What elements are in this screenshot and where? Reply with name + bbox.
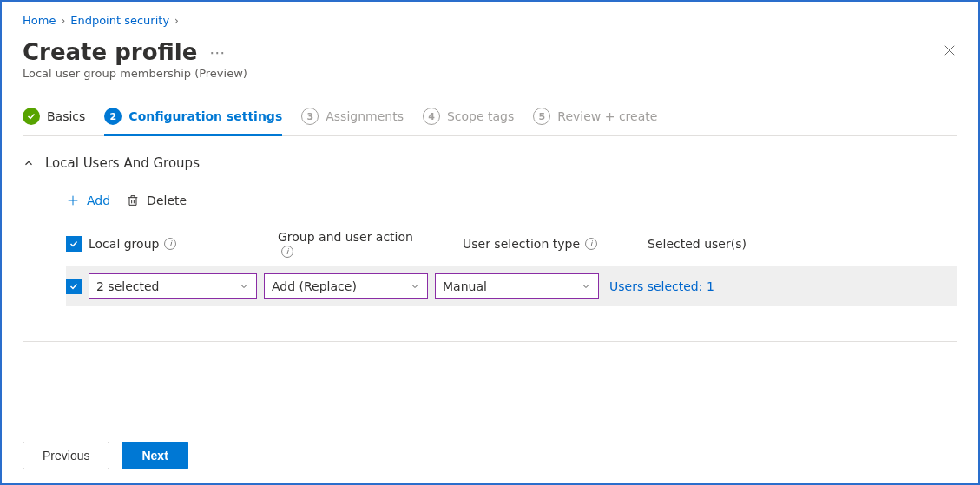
more-actions-icon[interactable]: ⋯ bbox=[209, 43, 226, 62]
delete-button-label: Delete bbox=[147, 193, 187, 207]
divider bbox=[23, 341, 957, 342]
info-icon[interactable]: i bbox=[585, 238, 597, 250]
wizard-step-label: Review + create bbox=[557, 109, 657, 123]
next-button[interactable]: Next bbox=[122, 442, 187, 469]
step-number-icon: 4 bbox=[423, 108, 440, 125]
info-icon[interactable]: i bbox=[164, 238, 176, 250]
chevron-right-icon: › bbox=[174, 15, 179, 27]
column-header-selected-users: Selected user(s) bbox=[648, 237, 825, 251]
group-user-action-select[interactable]: Add (Replace) bbox=[264, 273, 428, 299]
column-header-group-user-action: Group and user action i bbox=[278, 230, 456, 258]
page-subtitle: Local user group membership (Preview) bbox=[23, 67, 247, 80]
column-header-user-selection-type: User selection type i bbox=[463, 237, 641, 251]
step-number-icon: 5 bbox=[533, 108, 550, 125]
select-value: Manual bbox=[443, 279, 487, 293]
wizard-step-scope-tags[interactable]: 4 Scope tags bbox=[423, 108, 514, 135]
chevron-down-icon bbox=[239, 281, 249, 292]
row-checkbox[interactable] bbox=[66, 279, 82, 294]
plus-icon bbox=[66, 193, 80, 207]
table-row: 2 selected Add (Replace) Manual Users se… bbox=[66, 266, 957, 306]
wizard-step-review-create[interactable]: 5 Review + create bbox=[533, 108, 657, 135]
close-icon[interactable] bbox=[938, 39, 961, 64]
breadcrumb-home[interactable]: Home bbox=[23, 14, 56, 27]
info-icon[interactable]: i bbox=[281, 246, 293, 258]
trash-icon bbox=[126, 193, 140, 207]
checkmark-icon bbox=[69, 239, 79, 249]
section-toggle-local-users-and-groups[interactable]: Local Users And Groups bbox=[23, 155, 957, 171]
select-value: 2 selected bbox=[96, 279, 159, 293]
wizard-step-configuration-settings[interactable]: 2 Configuration settings bbox=[104, 108, 282, 135]
checkmark-icon bbox=[69, 281, 79, 292]
wizard-step-label: Basics bbox=[47, 109, 85, 123]
breadcrumb: Home › Endpoint security › bbox=[23, 10, 957, 27]
chevron-right-icon: › bbox=[61, 15, 65, 27]
user-selection-type-select[interactable]: Manual bbox=[435, 273, 599, 299]
select-all-checkbox[interactable] bbox=[66, 236, 82, 252]
add-button[interactable]: Add bbox=[66, 193, 110, 207]
chevron-down-icon bbox=[410, 281, 420, 292]
wizard-step-assignments[interactable]: 3 Assignments bbox=[301, 108, 404, 135]
wizard-step-label: Configuration settings bbox=[128, 109, 282, 123]
local-group-select[interactable]: 2 selected bbox=[89, 273, 257, 299]
step-number-icon: 3 bbox=[301, 108, 319, 125]
users-selected-link[interactable]: Users selected: 1 bbox=[606, 279, 714, 293]
checkmark-icon bbox=[23, 108, 40, 125]
breadcrumb-endpoint-security[interactable]: Endpoint security bbox=[70, 14, 169, 27]
delete-button[interactable]: Delete bbox=[126, 193, 187, 207]
chevron-up-icon bbox=[23, 157, 35, 169]
add-button-label: Add bbox=[87, 193, 110, 207]
wizard-step-basics[interactable]: Basics bbox=[23, 108, 85, 135]
wizard-step-label: Assignments bbox=[326, 109, 404, 123]
previous-button[interactable]: Previous bbox=[23, 442, 109, 469]
section-title: Local Users And Groups bbox=[45, 155, 200, 171]
wizard-step-label: Scope tags bbox=[447, 109, 514, 123]
step-number-icon: 2 bbox=[104, 108, 122, 125]
column-header-local-group: Local group i bbox=[89, 237, 271, 251]
select-value: Add (Replace) bbox=[272, 279, 357, 293]
chevron-down-icon bbox=[581, 281, 591, 292]
wizard-steps: Basics 2 Configuration settings 3 Assign… bbox=[23, 108, 957, 136]
page-title: Create profile bbox=[23, 39, 197, 65]
